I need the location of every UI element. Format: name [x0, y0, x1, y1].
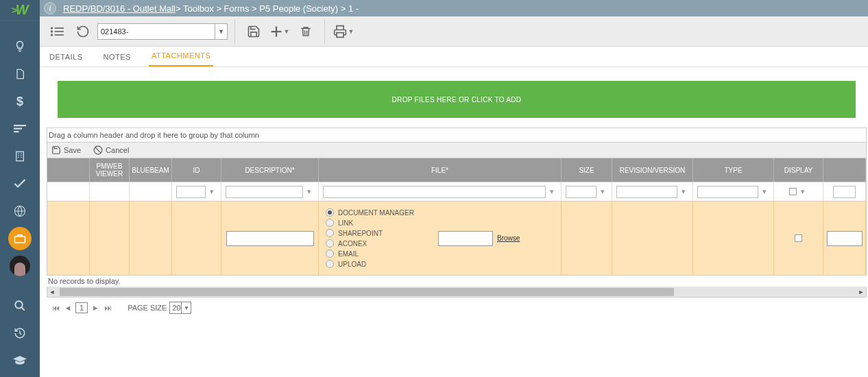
briefcase-icon — [14, 233, 26, 244]
sidebar-item-globe[interactable] — [0, 197, 40, 225]
col-description[interactable]: DESCRIPTION* — [221, 158, 319, 182]
col-type[interactable]: TYPE — [693, 158, 774, 182]
save-button[interactable] — [242, 20, 265, 43]
tabs: DETAILS NOTES ATTACHMENTS — [40, 47, 868, 67]
svg-rect-2 — [14, 131, 19, 132]
tab-notes[interactable]: NOTES — [101, 47, 134, 66]
sidebar-item-history[interactable] — [0, 319, 40, 347]
filter-revision[interactable] — [616, 186, 677, 198]
grid-filter: ▾ ▾ ▾ ▾ ▾ ▾ ▾ — [47, 182, 866, 201]
opt-email[interactable]: EMAIL — [326, 250, 438, 258]
opt-aconex[interactable]: ACONEX — [326, 239, 438, 247]
sidebar-item-ideas[interactable] — [0, 33, 40, 60]
filter-size[interactable] — [566, 186, 596, 198]
col-bluebeam[interactable]: BLUEBEAM — [130, 158, 172, 182]
sidebar-item-toolbox[interactable] — [8, 227, 32, 250]
info-icon[interactable]: i — [44, 2, 56, 14]
svg-rect-10 — [55, 31, 64, 32]
grid-save-button[interactable]: Save — [51, 145, 81, 155]
check-icon — [14, 179, 26, 188]
filter-icon[interactable]: ▾ — [679, 187, 688, 197]
refresh-button[interactable] — [71, 20, 95, 43]
sidebar-item-avatar[interactable] — [0, 252, 40, 280]
sidebar-item-cost[interactable]: $ — [0, 88, 40, 115]
sidebar-item-schedule[interactable] — [0, 115, 40, 143]
sidebar-item-assets[interactable] — [0, 143, 40, 170]
save-icon — [51, 145, 61, 155]
filter-extra[interactable] — [833, 186, 856, 198]
print-icon — [333, 25, 347, 38]
opt-upload[interactable]: UPLOAD — [326, 260, 438, 268]
scroll-right-icon[interactable]: ► — [856, 287, 866, 297]
opt-link[interactable]: LINK — [326, 219, 438, 227]
extra-input[interactable] — [827, 231, 863, 246]
pager: ⏮ ◄ 1 ► ⏭ PAGE SIZE 20 ▼ — [47, 297, 867, 318]
col-revision[interactable]: REVISION/VERSION — [612, 158, 693, 182]
no-records: No records to display. — [47, 276, 867, 287]
radio-icon — [326, 208, 334, 217]
svg-rect-0 — [14, 125, 26, 126]
filter-description[interactable] — [226, 186, 303, 198]
dollar-icon: $ — [16, 95, 23, 109]
grid-cancel-button[interactable]: Cancel — [93, 145, 129, 155]
browse-link[interactable]: Browse — [497, 234, 520, 242]
col-id[interactable]: ID — [172, 158, 221, 182]
breadcrumb-root-link[interactable]: REDP/BD/3016 - Outlet Mall — [63, 3, 176, 14]
delete-button[interactable] — [294, 20, 317, 43]
pager-next[interactable]: ► — [91, 303, 100, 313]
filter-icon[interactable]: ▾ — [760, 187, 769, 197]
filter-icon[interactable]: ▾ — [547, 187, 557, 197]
logo: >W — [0, 0, 40, 21]
scroll-left-icon[interactable]: ◄ — [47, 287, 57, 297]
scroll-thumb[interactable] — [60, 288, 674, 296]
opt-document-manager[interactable]: DOCUMENT MANAGER — [326, 208, 438, 217]
svg-point-6 — [15, 301, 23, 308]
dropzone[interactable]: DROP FILES HERE OR CLICK TO ADD — [58, 81, 856, 118]
filter-id[interactable] — [176, 186, 206, 198]
page-size-select[interactable]: 20 ▼ — [169, 302, 191, 314]
svg-point-11 — [51, 34, 53, 36]
file-source-options: DOCUMENT MANAGER LINK SHAREPOINT ACONEX … — [322, 204, 438, 272]
filter-file[interactable] — [323, 186, 546, 198]
record-selector[interactable]: 021483- ▼ — [97, 23, 228, 40]
col-size[interactable]: SIZE — [562, 158, 612, 182]
sidebar-item-learn[interactable] — [0, 347, 40, 374]
filter-icon[interactable]: ▾ — [598, 187, 607, 197]
avatar — [10, 256, 30, 276]
menu-button[interactable] — [45, 20, 69, 43]
svg-rect-5 — [15, 236, 25, 243]
col-file[interactable]: FILE* — [319, 158, 562, 182]
pager-prev[interactable]: ◄ — [63, 303, 73, 313]
pager-last[interactable]: ⏭ — [103, 303, 112, 313]
description-input[interactable] — [226, 231, 314, 246]
filter-icon[interactable]: ▾ — [798, 187, 808, 197]
group-by-hint[interactable]: Drag a column header and drop it here to… — [47, 127, 867, 142]
filter-icon[interactable]: ▾ — [207, 187, 217, 197]
col-display[interactable]: DISPLAY — [774, 158, 823, 182]
file-path-input[interactable] — [438, 231, 493, 246]
display-checkbox[interactable] — [795, 234, 802, 242]
tab-details[interactable]: DETAILS — [47, 47, 86, 66]
pager-page: 1 — [75, 302, 88, 313]
sidebar-item-docs[interactable] — [0, 60, 40, 88]
opt-sharepoint[interactable]: SHAREPOINT — [326, 229, 438, 237]
sidebar-item-check[interactable] — [0, 170, 40, 197]
list-icon — [50, 26, 64, 37]
filter-icon[interactable]: ▾ — [304, 187, 314, 197]
filter-display-checkbox[interactable] — [789, 188, 797, 195]
record-value: 021483- — [101, 27, 128, 36]
tab-attachments[interactable]: ATTACHMENTS — [149, 46, 213, 66]
sidebar-item-search[interactable] — [0, 292, 40, 319]
pager-first[interactable]: ⏮ — [51, 303, 60, 313]
col-pmweb[interactable]: PMWEB VIEWER — [90, 158, 130, 182]
filter-type[interactable] — [697, 186, 758, 198]
radio-icon — [326, 260, 334, 268]
horizontal-scrollbar[interactable]: ◄ ► — [47, 287, 867, 297]
print-button[interactable]: ▼ — [332, 20, 355, 43]
grid-cancel-label: Cancel — [106, 146, 129, 154]
radio-icon — [326, 229, 334, 237]
bars-icon — [14, 124, 26, 134]
add-button[interactable]: ▼ — [268, 20, 291, 43]
globe-icon — [14, 205, 26, 217]
save-icon — [247, 25, 261, 38]
